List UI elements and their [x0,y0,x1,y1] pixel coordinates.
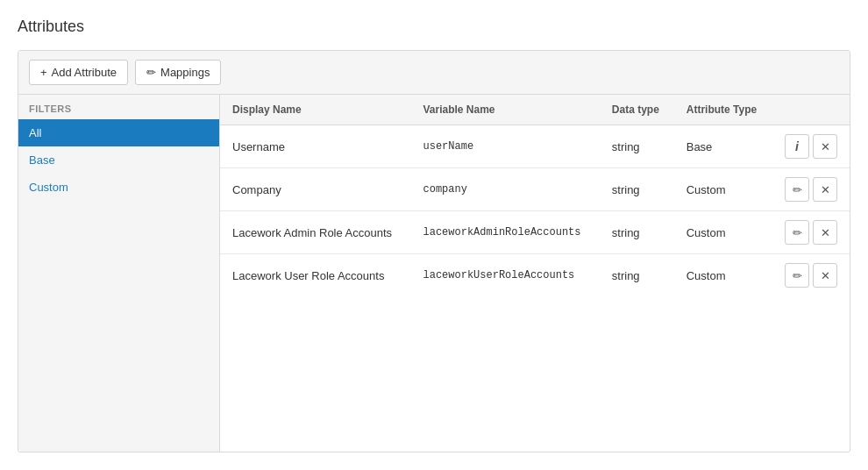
table-row: Lacework User Role AccountslaceworkUserR… [220,254,850,297]
cell-data-type: string [600,125,674,168]
cell-attribute-type: Base [674,125,772,168]
cell-attribute-type: Custom [674,254,772,297]
cell-actions: i✕ [772,125,850,168]
edit-icon: ✏ [793,226,802,239]
cell-display-name: Company [220,168,410,211]
col-header-display-name: Display Name [220,95,410,125]
table-row: CompanycompanystringCustom✏✕ [220,168,850,211]
page-container: Attributes + Add Attribute ✏ Mappings FI… [0,0,868,470]
cell-attribute-type: Custom [674,168,772,211]
cell-variable-name: company [410,168,599,211]
close-icon: ✕ [821,269,830,282]
edit-button[interactable]: ✏ [785,177,809,202]
col-header-variable-name: Variable Name [410,95,599,125]
cell-data-type: string [600,211,674,254]
edit-icon: ✏ [793,269,802,282]
mappings-label: Mappings [160,66,210,79]
info-icon: i [795,139,799,153]
page-title: Attributes [18,18,850,36]
sidebar-item-base-label: Base [29,153,55,167]
table-container: Display Name Variable Name Data type Att… [220,95,850,452]
filters-label: FILTERS [18,95,219,119]
actions-container: ✏✕ [785,220,837,245]
cell-data-type: string [600,254,674,297]
col-header-actions [772,95,850,125]
actions-container: ✏✕ [785,263,837,288]
table-header-row: Display Name Variable Name Data type Att… [220,95,850,125]
delete-button[interactable]: ✕ [813,220,837,245]
actions-container: ✏✕ [785,177,837,202]
main-panel: + Add Attribute ✏ Mappings FILTERS All B… [18,50,850,452]
cell-display-name: Username [220,125,410,168]
cell-attribute-type: Custom [674,211,772,254]
toolbar: + Add Attribute ✏ Mappings [18,51,850,95]
close-icon: ✕ [821,140,830,153]
cell-actions: ✏✕ [772,211,850,254]
cell-display-name: Lacework User Role Accounts [220,254,410,297]
edit-button[interactable]: ✏ [785,263,809,288]
sidebar-item-base[interactable]: Base [18,146,219,174]
cell-variable-name: userName [410,125,599,168]
content-area: FILTERS All Base Custom Display Name [18,95,850,452]
sidebar-item-all-label: All [29,126,41,139]
cell-actions: ✏✕ [772,254,850,297]
delete-button[interactable]: ✕ [813,134,837,159]
mappings-button[interactable]: ✏ Mappings [135,60,221,85]
pencil-icon: ✏ [146,66,156,79]
col-header-attribute-type: Attribute Type [674,95,772,125]
close-icon: ✕ [821,226,830,239]
col-header-data-type: Data type [600,95,674,125]
edit-button[interactable]: ✏ [785,220,809,245]
info-button[interactable]: i [785,134,809,159]
cell-display-name: Lacework Admin Role Accounts [220,211,410,254]
sidebar-item-all[interactable]: All [18,119,219,146]
close-icon: ✕ [821,183,830,196]
table-row: Lacework Admin Role AccountslaceworkAdmi… [220,211,850,254]
sidebar-item-custom[interactable]: Custom [18,174,219,201]
sidebar: FILTERS All Base Custom [18,95,220,452]
actions-container: i✕ [785,134,837,159]
table-row: UsernameuserNamestringBasei✕ [220,125,850,168]
sidebar-item-custom-label: Custom [29,181,68,194]
add-attribute-label: Add Attribute [52,66,117,79]
cell-actions: ✏✕ [772,168,850,211]
delete-button[interactable]: ✕ [813,177,837,202]
attributes-table: Display Name Variable Name Data type Att… [220,95,850,296]
add-attribute-button[interactable]: + Add Attribute [29,60,128,85]
plus-icon: + [40,66,47,79]
cell-variable-name: laceworkAdminRoleAccounts [410,211,599,254]
edit-icon: ✏ [793,183,802,196]
cell-variable-name: laceworkUserRoleAccounts [410,254,599,297]
cell-data-type: string [600,168,674,211]
delete-button[interactable]: ✕ [813,263,837,288]
